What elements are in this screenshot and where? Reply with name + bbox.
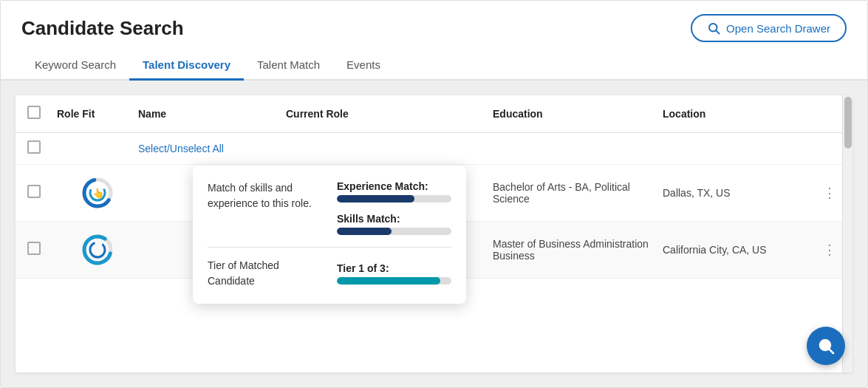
experience-match-fill — [337, 195, 414, 202]
tab-talent-match[interactable]: Talent Match — [244, 51, 333, 81]
scrollbar-track — [842, 95, 852, 372]
fab-search-button[interactable] — [807, 327, 845, 365]
tooltip-popup: Match of skills and experience to this r… — [193, 166, 466, 304]
tier-bar-fill — [337, 277, 440, 285]
scrollbar-thumb[interactable] — [844, 97, 852, 149]
select-all-checkbox-col — [27, 140, 57, 157]
select-all-row: Select/Unselect All — [16, 133, 852, 165]
fab-search-icon — [817, 337, 835, 355]
tier-description: Tier of Matched Candidate — [208, 258, 322, 289]
col-header-location: Location — [663, 108, 841, 120]
row-1-actions-menu[interactable]: ⋮ — [819, 185, 841, 201]
experience-match-track — [337, 195, 451, 202]
search-icon — [707, 21, 720, 35]
skills-match-section: Skills Match: — [337, 213, 451, 235]
content-area: Role Fit Name Current Role Education Loc… — [1, 81, 867, 387]
row-1-checkbox[interactable] — [27, 185, 41, 198]
col-header-current-role: Current Role — [286, 108, 493, 120]
svg-point-8 — [90, 242, 105, 257]
header-checkbox-col — [27, 106, 57, 122]
tabs-bar: Keyword Search Talent Discovery Talent M… — [1, 51, 867, 81]
select-unselect-checkbox[interactable] — [27, 140, 41, 154]
row-2-checkbox[interactable] — [27, 242, 41, 255]
app-container: Candidate Search Open Search Drawer Keyw… — [0, 0, 868, 388]
row-1-checkbox-col — [27, 185, 57, 201]
experience-match-section: Experience Match: — [337, 180, 451, 202]
select-unselect-label[interactable]: Select/Unselect All — [138, 143, 286, 154]
row-2-actions-menu[interactable]: ⋮ — [819, 242, 841, 258]
table-card: Role Fit Name Current Role Education Loc… — [16, 95, 852, 372]
tooltip-top-section: Match of skills and experience to this r… — [208, 180, 451, 248]
table-header: Role Fit Name Current Role Education Loc… — [16, 95, 852, 133]
tooltip-description: Match of skills and experience to this r… — [208, 180, 322, 211]
tab-talent-discovery[interactable]: Talent Discovery — [129, 51, 244, 81]
col-header-name: Name — [138, 108, 286, 120]
skills-match-track — [337, 228, 451, 235]
page-title: Candidate Search — [21, 17, 184, 40]
header: Candidate Search Open Search Drawer — [1, 1, 867, 42]
tab-keyword-search[interactable]: Keyword Search — [21, 51, 129, 81]
row-1-role-fit[interactable]: 👆 — [57, 175, 138, 211]
row-2-role-fit[interactable] — [57, 232, 138, 268]
row-1-education: Bachelor of Arts - BA, Political Science — [493, 181, 663, 205]
svg-text:👆: 👆 — [92, 187, 105, 200]
tier-label: Tier 1 of 3: — [337, 262, 451, 274]
svg-line-1 — [716, 30, 719, 33]
tier-bar-section: Tier 1 of 3: — [337, 262, 451, 285]
role-fit-donut-icon-2 — [80, 232, 115, 268]
skills-match-fill — [337, 228, 392, 235]
role-fit-donut-icon: 👆 — [80, 175, 115, 211]
row-1-location: Dallas, TX, US — [663, 187, 819, 199]
row-2-education: Master of Business Administration Busine… — [493, 238, 663, 262]
skills-match-label: Skills Match: — [337, 213, 451, 225]
tier-bar-track — [337, 277, 451, 285]
open-search-drawer-button[interactable]: Open Search Drawer — [691, 14, 847, 42]
svg-line-10 — [830, 350, 834, 354]
tooltip-bottom-section: Tier of Matched Candidate Tier 1 of 3: — [208, 248, 451, 289]
row-2-location: California City, CA, US — [663, 244, 819, 256]
tooltip-bars: Experience Match: Skills Match: — [337, 180, 451, 235]
row-2-checkbox-col — [27, 242, 57, 258]
experience-match-label: Experience Match: — [337, 180, 451, 192]
col-header-education: Education — [493, 108, 663, 120]
col-header-role-fit: Role Fit — [57, 108, 138, 120]
select-all-checkbox[interactable] — [27, 106, 41, 119]
tab-events[interactable]: Events — [333, 51, 394, 81]
